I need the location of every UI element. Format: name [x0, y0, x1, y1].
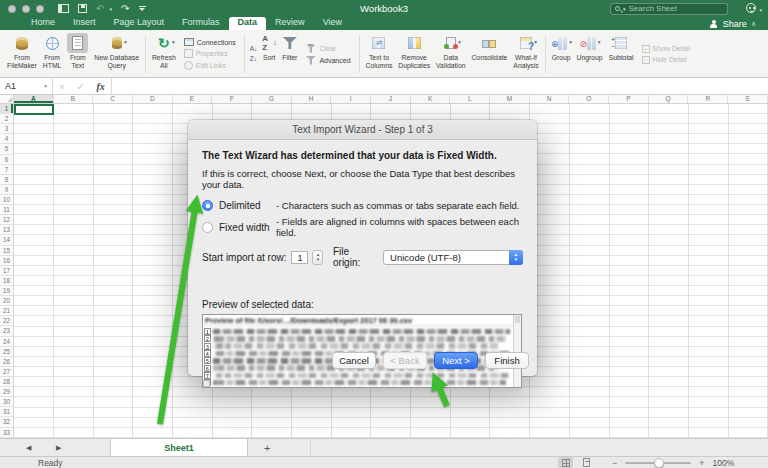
prev-sheet-icon[interactable]: ◀ [26, 439, 31, 456]
ribbon-button-from-html[interactable]: From HTML [40, 32, 65, 76]
row-header-21[interactable]: 21 [0, 306, 13, 316]
finish-button[interactable]: Finish [485, 352, 529, 369]
sort-ascending-button[interactable]: A↓ [250, 46, 258, 53]
row-header-17[interactable]: 17 [0, 266, 13, 276]
row-header-6[interactable]: 6 [0, 155, 13, 165]
ribbon-button-filter[interactable]: Filter [279, 32, 300, 76]
dropdown-icon[interactable]: ▾ [534, 39, 537, 45]
sort-descending-button[interactable]: Z↓ [250, 56, 258, 63]
row-header-18[interactable]: 18 [0, 276, 13, 286]
select-all-corner[interactable] [0, 95, 14, 103]
column-header-p[interactable]: P [609, 95, 649, 103]
row-header-19[interactable]: 19 [0, 286, 13, 296]
share-control[interactable]: Share ∧ [710, 19, 756, 29]
row-header-22[interactable]: 22 [0, 316, 13, 326]
sheet-tab-sheet1[interactable]: Sheet1 [110, 439, 248, 456]
ribbon-button-text-to-columns[interactable]: ⇄ Text to Columns [363, 32, 396, 76]
column-header-r[interactable]: R [688, 95, 728, 103]
column-header-m[interactable]: M [490, 95, 530, 103]
row-header-26[interactable]: 26 [0, 357, 13, 367]
column-header-c[interactable]: C [93, 95, 133, 103]
ribbon-button-what-if-analysis[interactable]: ?▾ What-If Analysis [510, 32, 541, 76]
column-header-e[interactable]: E [173, 95, 213, 103]
name-box[interactable]: A1 ▾ [0, 78, 52, 94]
column-header-l[interactable]: L [450, 95, 490, 103]
row-header-12[interactable]: 12 [0, 215, 13, 225]
next-button[interactable]: Next > [434, 352, 478, 369]
row-header-25[interactable]: 25 [0, 347, 13, 357]
add-sheet-button[interactable]: + [264, 440, 270, 456]
row-header-27[interactable]: 27 [0, 367, 13, 377]
zoom-slider-thumb[interactable] [654, 458, 664, 468]
dropdown-icon[interactable]: ▾ [458, 39, 461, 45]
column-header-k[interactable]: K [411, 95, 451, 103]
normal-view-button[interactable] [558, 457, 573, 468]
ribbon-button-data-validation[interactable]: ▾ Data Validation [433, 32, 468, 76]
row-header-29[interactable]: 29 [0, 387, 13, 397]
preview-horizontal-scroll-corner[interactable] [203, 380, 210, 387]
ribbon-button-sort[interactable]: AZ↓ Sort [259, 32, 279, 76]
column-header-a[interactable]: A [14, 95, 54, 103]
column-header-o[interactable]: O [569, 95, 609, 103]
zoom-window-button[interactable] [36, 5, 44, 13]
tab-home[interactable]: Home [22, 17, 64, 30]
next-sheet-icon[interactable]: ▶ [56, 439, 61, 456]
row-header-1[interactable]: 1 [0, 104, 13, 114]
row-header-11[interactable]: 11 [0, 205, 13, 215]
row-header-23[interactable]: 23 [0, 326, 13, 336]
ribbon-button-refresh-all[interactable]: ↻▾ Refresh All [149, 32, 179, 76]
dropdown-icon[interactable]: ▾ [598, 39, 601, 45]
column-header-i[interactable]: I [331, 95, 371, 103]
row-header-3[interactable]: 3 [0, 124, 13, 134]
column-header-s[interactable]: S [728, 95, 768, 103]
row-header-20[interactable]: 20 [0, 296, 13, 306]
start-row-stepper[interactable]: ▲▼ [312, 250, 323, 265]
row-header-15[interactable]: 15 [0, 246, 13, 256]
preview-box[interactable]: Preview of file /Users/…/Downloads/Expor… [202, 314, 522, 388]
row-header-5[interactable]: 5 [0, 144, 13, 154]
name-box-dropdown-icon[interactable]: ▾ [44, 83, 47, 89]
column-header-h[interactable]: H [292, 95, 332, 103]
search-dropdown-icon[interactable]: ▾ [623, 6, 626, 12]
row-header-10[interactable]: 10 [0, 195, 13, 205]
collapse-ribbon-icon[interactable]: ∧ [751, 20, 756, 28]
delimited-radio-row[interactable]: Delimited - Characters such as commas or… [202, 200, 523, 211]
row-header-4[interactable]: 4 [0, 134, 13, 144]
ribbon-button-subtotal[interactable]: +− Subtotal [606, 32, 637, 76]
row-header-33[interactable]: 33 [0, 428, 13, 438]
dropdown-icon[interactable]: ▾ [124, 39, 127, 45]
column-header-q[interactable]: Q [649, 95, 689, 103]
feedback-smiley-icon[interactable] [746, 3, 756, 13]
cancel-button[interactable]: Cancel [332, 352, 376, 369]
zoom-in-button[interactable]: + [699, 458, 704, 468]
page-layout-view-button[interactable] [579, 457, 594, 468]
tab-view[interactable]: View [314, 17, 351, 30]
column-header-f[interactable]: F [212, 95, 252, 103]
fixed-width-radio[interactable] [202, 222, 213, 233]
row-header-8[interactable]: 8 [0, 175, 13, 185]
column-header-b[interactable]: B [54, 95, 94, 103]
sidebar-toggle-icon[interactable] [58, 4, 69, 13]
tab-formulas[interactable]: Formulas [173, 17, 229, 30]
search-input[interactable]: ▾ Search Sheet [610, 3, 728, 15]
ribbon-button-ungroup[interactable]: ⊘▾ Ungroup [574, 32, 606, 76]
row-header-16[interactable]: 16 [0, 256, 13, 266]
row-header-28[interactable]: 28 [0, 377, 13, 387]
minimize-window-button[interactable] [22, 5, 30, 13]
row-header-30[interactable]: 30 [0, 397, 13, 407]
delimited-radio[interactable] [202, 200, 213, 211]
ribbon-button-connections[interactable]: Connections [184, 38, 236, 46]
preview-vertical-scrollbar[interactable] [513, 315, 521, 387]
cancel-entry-icon[interactable]: × [53, 81, 71, 92]
column-header-g[interactable]: G [252, 95, 292, 103]
column-header-d[interactable]: D [133, 95, 173, 103]
dropdown-icon[interactable]: ▾ [172, 39, 175, 45]
feedback-dropdown-icon[interactable]: ▾ [759, 7, 762, 13]
row-header-7[interactable]: 7 [0, 165, 13, 175]
ribbon-button-from-text[interactable]: From Text [64, 32, 91, 76]
zoom-out-button[interactable]: − [612, 458, 617, 468]
dropdown-icon[interactable]: ▾ [569, 39, 572, 45]
toolbar-overflow-icon[interactable] [138, 6, 146, 11]
undo-icon[interactable]: ↶ [96, 4, 104, 14]
row-header-13[interactable]: 13 [0, 225, 13, 235]
